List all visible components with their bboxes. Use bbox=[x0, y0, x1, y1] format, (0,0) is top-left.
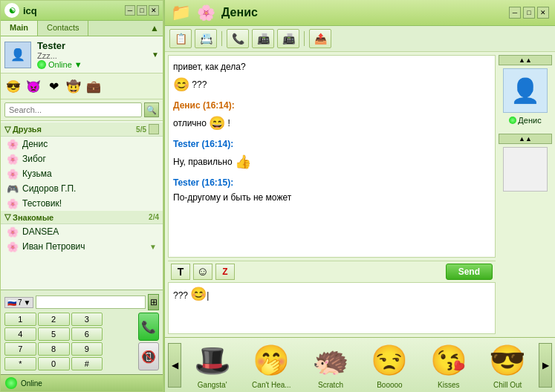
side-scroll-down[interactable]: ▲▲ bbox=[499, 134, 552, 144]
input-emoji-button[interactable]: ☺ bbox=[193, 264, 212, 280]
emo-canthear[interactable]: 🤭 Can't Hea... bbox=[252, 341, 291, 389]
user-menu-arrow[interactable]: ▼ bbox=[152, 50, 159, 59]
phone-key-2[interactable]: 2 bbox=[38, 313, 70, 326]
maximize-button[interactable]: □ bbox=[137, 5, 147, 16]
contact-name-3: Сидоров Г.П. bbox=[22, 183, 76, 194]
group-arrow-icon-2: ▽ bbox=[4, 212, 10, 222]
msg-sender-6: Tester (16:15): bbox=[173, 177, 233, 188]
contact-denis[interactable]: 🌸 Денис bbox=[1, 137, 163, 151]
contact-testovic[interactable]: 🌸 Тестовик! bbox=[1, 196, 163, 211]
emoticon-4[interactable]: 💼 bbox=[85, 77, 103, 95]
contact-icon-5: 🌸 bbox=[7, 226, 19, 238]
minimize-button[interactable]: ─ bbox=[125, 5, 135, 16]
search-button[interactable]: 🔍 bbox=[144, 102, 159, 117]
contact-icon-3: 🎮 bbox=[7, 183, 19, 195]
msg-1: 😊 ??? bbox=[173, 75, 490, 95]
chat-toolbar: 📋 📇 📞 📠 📠 📤 bbox=[165, 26, 555, 52]
msg-3: отлично 😄 ! bbox=[173, 114, 490, 134]
chat-toolbar-send-file[interactable]: 📤 bbox=[309, 29, 331, 48]
tab-arrow-icon[interactable]: ▲ bbox=[146, 21, 163, 36]
avatar-name-label: Денис bbox=[518, 116, 541, 125]
search-row: 🔍 bbox=[1, 99, 163, 121]
group-count-acquaint: 2/4 bbox=[149, 213, 159, 221]
emo-nav-right[interactable]: ▶ bbox=[539, 343, 552, 388]
input-font-button[interactable]: T bbox=[171, 264, 190, 280]
emo-label-kisses: Kisses bbox=[438, 381, 459, 389]
chat-toolbar-video[interactable]: 📠 bbox=[252, 29, 274, 48]
online-indicator bbox=[37, 60, 46, 69]
emo-chillout[interactable]: 😎 Chill Out bbox=[488, 341, 527, 389]
phone-key-5[interactable]: 5 bbox=[38, 327, 70, 341]
chat-toolbar-voice[interactable]: 📞 bbox=[227, 29, 249, 48]
phone-key-1[interactable]: 1 bbox=[4, 313, 36, 326]
tab-main[interactable]: Main bbox=[1, 21, 38, 36]
icq-logo-icon: ☯ bbox=[4, 3, 19, 18]
input-toolbar: T ☺ Z Send bbox=[168, 261, 496, 282]
phone-extra-btn[interactable]: ⊞ bbox=[148, 294, 159, 310]
phone-call-button[interactable]: 📞 bbox=[138, 313, 159, 341]
msg-5: Ну, правильно 👍 bbox=[173, 152, 490, 172]
side-scroll-up[interactable]: ▲▲ bbox=[499, 55, 552, 65]
emo-scratch[interactable]: 🦔 Scratch bbox=[311, 341, 350, 389]
group-scroll-friends[interactable] bbox=[149, 124, 159, 134]
emoticon-1[interactable]: 👿 bbox=[25, 77, 42, 95]
chat-title-flower-icon: 🌸 bbox=[197, 4, 215, 22]
chat-contact-name: Денис bbox=[499, 116, 552, 125]
phone-key-4[interactable]: 4 bbox=[4, 327, 36, 341]
country-code[interactable]: 🇷🇺 7 ▼ bbox=[4, 297, 33, 308]
msg-sender-2: Денис (16:14): bbox=[173, 100, 235, 111]
user-card: 👤 Tester Zzz... Online ▼ ▼ bbox=[1, 36, 163, 74]
contact-dansea[interactable]: 🌸 DANSEA bbox=[1, 224, 163, 239]
contact-icon-1: 🌸 bbox=[7, 153, 19, 165]
phone-key-7[interactable]: 7 bbox=[4, 342, 36, 356]
msg-4: Tester (16:14): bbox=[173, 137, 490, 151]
emo-face-kisses: 😘 bbox=[429, 341, 468, 379]
phone-key-0[interactable]: 0 bbox=[38, 357, 70, 370]
phone-call-btns: 📞 📵 bbox=[138, 313, 159, 370]
contact-zibog[interactable]: 🌸 Зибог bbox=[1, 151, 163, 166]
phone-key-star[interactable]: * bbox=[4, 357, 36, 370]
chat-title-folder-icon: 📁 bbox=[171, 3, 191, 22]
phone-key-3[interactable]: 3 bbox=[71, 313, 103, 326]
avatar-online-dot bbox=[509, 117, 516, 124]
contact-icon-4: 🌸 bbox=[7, 197, 19, 209]
emo-kisses[interactable]: 😘 Kisses bbox=[429, 341, 468, 389]
chat-minimize-button[interactable]: ─ bbox=[509, 7, 521, 19]
contact-kuzma[interactable]: 🌸 Кузьма bbox=[1, 166, 163, 181]
tab-contacts[interactable]: Contacts bbox=[38, 21, 88, 36]
group-name-acquaint: Знакомые bbox=[13, 213, 53, 222]
chat-toolbar-share[interactable]: 📠 bbox=[277, 29, 299, 48]
search-input[interactable] bbox=[4, 102, 142, 117]
contact-list: ▽ Друзья 5/5 🌸 Денис 🌸 Зибог 🌸 Кузьма 🎮 … bbox=[1, 121, 163, 290]
msg-2: Денис (16:14): bbox=[173, 99, 490, 112]
chat-toolbar-contact[interactable]: 📇 bbox=[195, 29, 217, 48]
chat-close-button[interactable]: ✕ bbox=[537, 7, 549, 19]
contact-ivan[interactable]: 🌸 Иван Петрович ▼ bbox=[1, 239, 163, 254]
send-button[interactable]: Send bbox=[446, 264, 493, 280]
emoticon-3[interactable]: 🤠 bbox=[65, 77, 82, 95]
phone-key-6[interactable]: 6 bbox=[71, 327, 103, 341]
phone-input[interactable] bbox=[36, 295, 146, 309]
chat-maximize-button[interactable]: □ bbox=[523, 7, 535, 19]
input-icq-button[interactable]: Z bbox=[215, 264, 235, 280]
phone-key-8[interactable]: 8 bbox=[38, 342, 70, 356]
group-header-acquaint[interactable]: ▽ Знакомые 2/4 bbox=[1, 211, 163, 224]
emoticon-0[interactable]: 😎 bbox=[4, 77, 22, 95]
chat-side-panel: ▲▲ 👤 Денис ▲▲ bbox=[496, 52, 555, 337]
emoticon-strip: ◀ 🎩 Gangsta' 🤭 Can't Hea... 🦔 Scratch 😒 … bbox=[165, 337, 555, 392]
group-header-friends[interactable]: ▽ Друзья 5/5 bbox=[1, 122, 163, 137]
online-dropdown-icon[interactable]: ▼ bbox=[74, 60, 82, 69]
contact-name-2: Кузьма bbox=[22, 169, 52, 179]
emo-booooo[interactable]: 😒 Booooo bbox=[370, 341, 409, 389]
emo-nav-left[interactable]: ◀ bbox=[168, 343, 181, 388]
phone-key-hash[interactable]: # bbox=[71, 357, 103, 370]
online-label: Online bbox=[48, 60, 72, 69]
emoticon-2[interactable]: ❤ bbox=[45, 77, 62, 95]
chat-self-avatar bbox=[503, 147, 548, 192]
phone-key-9[interactable]: 9 bbox=[71, 342, 103, 356]
phone-end-button[interactable]: 📵 bbox=[138, 342, 159, 370]
chat-toolbar-history[interactable]: 📋 bbox=[169, 29, 192, 48]
emo-gangsta[interactable]: 🎩 Gangsta' bbox=[193, 341, 232, 389]
contact-sidorov[interactable]: 🎮 Сидоров Г.П. bbox=[1, 181, 163, 196]
close-button[interactable]: ✕ bbox=[149, 5, 159, 16]
